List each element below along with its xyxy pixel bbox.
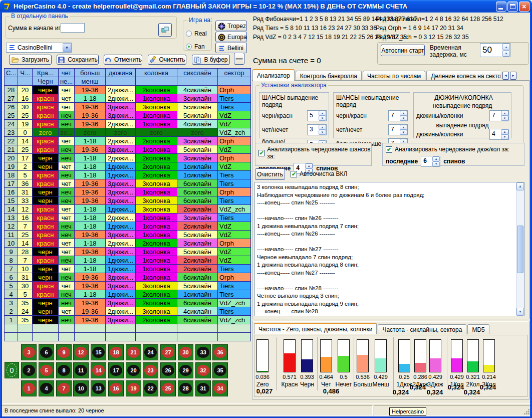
table-row[interactable]: 1125красннеч19-363дюжи...1колонка5сиклай… xyxy=(5,231,251,239)
title-bar[interactable]: HelperCasino 4.0 - create helperroullet@… xyxy=(0,0,532,13)
casino-button-bellini[interactable]: Bellini xyxy=(215,43,247,53)
roulette-cell-35[interactable]: 35 xyxy=(212,362,228,378)
button-2-save[interactable]: Сохранить xyxy=(57,55,99,65)
tab-main-1[interactable]: Анализатор xyxy=(252,69,295,81)
casino-button-tropez[interactable]: Tropez xyxy=(215,21,247,31)
setting-spinner[interactable]: 3▲▼ xyxy=(307,124,327,135)
dozen-hit-spinner[interactable]: 4▲▼ xyxy=(489,129,509,140)
minimize-button[interactable] xyxy=(496,2,506,12)
tab-main-4[interactable]: Деление колеса на сектора xyxy=(426,71,500,81)
spinner-up-icon[interactable]: ▲ xyxy=(319,125,326,130)
tab-scroll-left-button[interactable]: ◄ xyxy=(502,72,509,80)
setting-spinner[interactable]: 5▲▼ xyxy=(307,110,327,121)
roulette-cell-18[interactable]: 18 xyxy=(108,344,124,360)
dozen-spins-spinner[interactable]: 6▲▼ xyxy=(421,156,440,167)
roulette-cell-10[interactable]: 10 xyxy=(73,380,89,396)
column-header[interactable]: менш xyxy=(75,77,106,86)
column-header[interactable]: сикслайн xyxy=(177,69,218,77)
spinner-down-icon[interactable]: ▼ xyxy=(319,130,326,135)
table-row[interactable]: 127красннеч1-181дюжи...1колонка2сиклайнV… xyxy=(5,222,251,231)
setting-spinner[interactable]: 7▲▼ xyxy=(388,110,408,121)
maximize-button[interactable] xyxy=(507,2,518,12)
spinner-up-icon[interactable]: ▲ xyxy=(305,163,313,168)
spinner-down-icon[interactable]: ▼ xyxy=(501,116,508,121)
casino-combobox[interactable]: CasinoBellini ▼ xyxy=(6,43,72,53)
table-row[interactable]: 928чернчет19-363дюжи...1колонка5сиклайнV… xyxy=(5,248,251,256)
table-row[interactable]: 1014краснчет1-182дюжи...2колонка3сиклайн… xyxy=(5,239,251,248)
table-row[interactable]: 1736краснчет19-363дюжи...3колонка6сиклай… xyxy=(5,179,251,188)
tab-freq-2[interactable]: Частота - сиклайны, сектора xyxy=(378,324,466,334)
roulette-cell-25[interactable]: 25 xyxy=(160,380,176,396)
roulette-cell-11[interactable]: 11 xyxy=(73,362,89,378)
roulette-cell-15[interactable]: 15 xyxy=(91,344,106,360)
delay-spinner[interactable]: 50▲▼ xyxy=(480,43,510,57)
radio-icon[interactable] xyxy=(186,31,192,37)
analyzer-log[interactable]: 3 колонка невыпадала подряд 8 спин; Набл… xyxy=(254,182,524,316)
resize-grip[interactable] xyxy=(523,408,530,415)
roulette-cell-30[interactable]: 30 xyxy=(178,344,193,360)
tab-scroll-right-button[interactable]: ► xyxy=(510,72,516,80)
column-header[interactable]: С... xyxy=(5,69,18,77)
roulette-cell-24[interactable]: 24 xyxy=(143,344,158,360)
tab-freq-3[interactable]: MD5 xyxy=(467,324,489,334)
dozen-miss-spinner[interactable]: 7▲▼ xyxy=(489,110,509,121)
detach-panel-button[interactable] xyxy=(158,23,172,37)
roulette-cell-27[interactable]: 27 xyxy=(160,344,176,360)
button-5-copy[interactable]: В буфер xyxy=(192,55,230,65)
table-row[interactable]: 530краснчет19-363дюжи...3колонка5сиклайн… xyxy=(5,282,251,290)
roulette-cell-6[interactable]: 6 xyxy=(39,344,54,360)
chevron-down-icon[interactable]: ▼ xyxy=(63,43,71,52)
button-3-undo[interactable]: Отменить xyxy=(104,55,142,65)
spinner-down-icon[interactable]: ▼ xyxy=(501,134,508,139)
collapse-button[interactable]: — xyxy=(234,53,244,65)
casino-button-europa[interactable]: Europa xyxy=(215,32,247,42)
table-row[interactable]: 185красннеч1-181дюжи...2колонка1сиклайнT… xyxy=(5,171,251,179)
roulette-cell-28[interactable]: 28 xyxy=(178,380,193,396)
spinner-down-icon[interactable]: ▼ xyxy=(502,50,510,57)
scroll-up-icon[interactable]: ▲ xyxy=(516,182,524,190)
tab-main-2[interactable]: Контроль банкролла xyxy=(296,71,362,81)
analyze-dozen-checkbox[interactable]: ✔ xyxy=(386,146,392,153)
dozen-miss-spinner[interactable]: 7▲▼ xyxy=(489,110,509,121)
delay-spinner[interactable]: 50▲▼ xyxy=(480,43,510,57)
table-row[interactable]: 1631черннеч19-363дюжи...1колонка6сиклайн… xyxy=(5,188,251,196)
column-header[interactable] xyxy=(136,77,177,86)
roulette-cell-2[interactable]: 2 xyxy=(21,362,37,378)
column-header[interactable]: чет xyxy=(59,69,75,77)
column-header[interactable]: не... xyxy=(59,77,75,86)
log-scrollbar[interactable]: ▲ ▼ xyxy=(516,182,524,316)
radio-icon[interactable] xyxy=(186,44,192,50)
column-header[interactable] xyxy=(106,77,136,86)
table-row[interactable]: 224чернчет19-362дюжи...3колонка4сиклайнT… xyxy=(5,307,251,316)
button-4-clean[interactable]: Очистить xyxy=(148,55,186,65)
roulette-cell-12[interactable]: 12 xyxy=(73,344,89,360)
roulette-cell-26[interactable]: 26 xyxy=(160,362,176,378)
column-header[interactable]: Черн xyxy=(33,77,59,86)
spinner-up-icon[interactable]: ▲ xyxy=(501,129,508,134)
setting-spinner[interactable]: 7▲▼ xyxy=(388,124,408,135)
column-header[interactable]: Ч... xyxy=(18,69,33,77)
start-sum-input[interactable] xyxy=(61,23,85,33)
roulette-cell-7[interactable]: 7 xyxy=(56,380,72,396)
roulette-cell-1[interactable]: 1 xyxy=(21,380,37,396)
button-1-open-folder[interactable]: Загрузить xyxy=(9,55,52,65)
roulette-cell-9[interactable]: 9 xyxy=(56,344,72,360)
table-row[interactable]: 335черннеч19-363дюжи...2колонка6сиклайнV… xyxy=(5,299,251,307)
table-row[interactable]: 87красннеч1-181дюжи...1колонка2сиклайнVd… xyxy=(5,256,251,265)
dozen-hit-spinner[interactable]: 4▲▼ xyxy=(489,129,509,140)
tab-freq-1[interactable]: Частота - Zero, шансы, дюжины, колонки xyxy=(254,323,377,334)
autoclear-checkbox[interactable]: ✔ xyxy=(291,171,297,177)
spinner-up-icon[interactable]: ▲ xyxy=(501,111,508,116)
table-row[interactable]: 230zeroze...zerozerozerozeroVdZ_zch xyxy=(5,128,251,137)
roulette-cell-32[interactable]: 32 xyxy=(195,362,211,378)
close-button[interactable]: × xyxy=(519,2,529,12)
column-header[interactable]: дюжина xyxy=(106,69,136,77)
table-row[interactable]: 2716краснчет1-182дюжи...1колонка3сиклайн… xyxy=(5,94,251,103)
roulette-cell-0[interactable]: 0 xyxy=(5,362,19,378)
table-row[interactable]: 631черннеч19-363дюжи...1колонка6сиклайнO… xyxy=(5,273,251,282)
radio-real[interactable]: Real xyxy=(186,27,211,40)
column-header[interactable]: колонка xyxy=(136,69,177,77)
table-row[interactable]: 710чернчет1-181дюжи...1колонка2сиклайнTi… xyxy=(5,265,251,273)
spinner-up-icon[interactable]: ▲ xyxy=(400,125,407,130)
column-header[interactable] xyxy=(218,77,251,86)
